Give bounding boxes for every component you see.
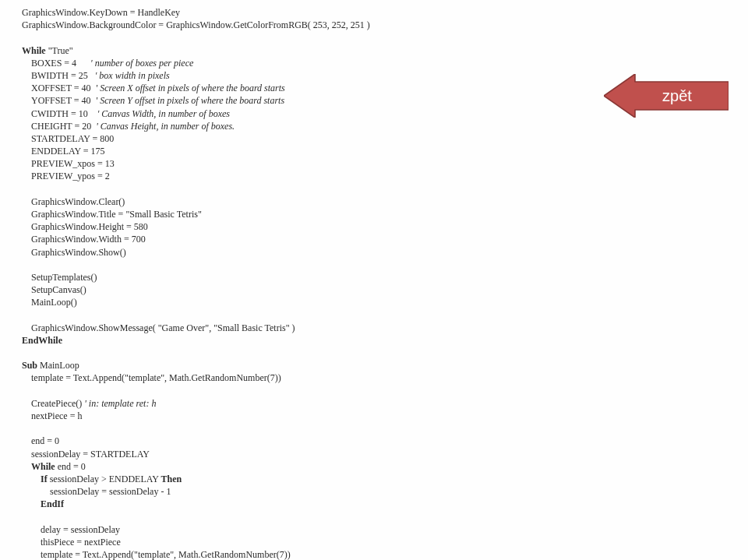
code-line: GraphicsWindow.KeyDown = HandleKey — [22, 6, 748, 19]
code-line: thisPiece = nextPiece — [22, 536, 748, 548]
code-line — [22, 511, 748, 523]
code-line: SetupCanvas() — [22, 284, 748, 296]
code-line: If sessionDelay > ENDDELAY Then — [22, 473, 748, 485]
code-line: PREVIEW_xpos = 13 — [22, 157, 748, 170]
code-line: PREVIEW_ypos = 2 — [22, 170, 748, 182]
code-line: GraphicsWindow.ShowMessage( "Game Over",… — [22, 322, 748, 334]
code-line: sessionDelay = STARTDELAY — [22, 448, 748, 460]
code-line: Sub MainLoop — [22, 359, 748, 372]
code-line: ENDDELAY = 175 — [22, 145, 748, 157]
code-line — [22, 347, 748, 359]
code-line: CHEIGHT = 20 ' Canvas Height, in number … — [22, 120, 748, 132]
code-line: end = 0 — [22, 435, 748, 447]
code-line: template = Text.Append("template", Math.… — [22, 548, 748, 560]
code-line: sessionDelay = sessionDelay - 1 — [22, 485, 748, 498]
code-line — [22, 31, 748, 44]
code-line: template = Text.Append("template", Math.… — [22, 372, 748, 384]
code-line: GraphicsWindow.Show() — [22, 246, 748, 259]
code-line: While end = 0 — [22, 460, 748, 473]
code-line: While "True" — [22, 44, 748, 57]
code-line: STARTDELAY = 800 — [22, 132, 748, 145]
code-line: EndIf — [22, 498, 748, 510]
code-line: GraphicsWindow.BackgroundColor = Graphic… — [22, 19, 748, 31]
code-line: GraphicsWindow.Title = "Small Basic Tetr… — [22, 208, 748, 220]
code-line — [22, 259, 748, 271]
code-line: SetupTemplates() — [22, 271, 748, 284]
back-button[interactable]: zpět — [604, 74, 729, 118]
code-line: nextPiece = h — [22, 410, 748, 422]
code-line: BOXES = 4 ' number of boxes per piece — [22, 57, 748, 69]
code-line — [22, 309, 748, 322]
code-line: delay = sessionDelay — [22, 523, 748, 536]
code-line — [22, 422, 748, 435]
code-line: GraphicsWindow.Height = 580 — [22, 220, 748, 233]
code-line: GraphicsWindow.Width = 700 — [22, 233, 748, 245]
code-line: CreatePiece() ' in: template ret: h — [22, 397, 748, 410]
code-line: GraphicsWindow.Clear() — [22, 195, 748, 208]
code-line — [22, 183, 748, 195]
code-line: MainLoop() — [22, 296, 748, 308]
code-line: EndWhile — [22, 334, 748, 347]
back-button-label: zpět — [604, 74, 729, 118]
code-line — [22, 385, 748, 397]
